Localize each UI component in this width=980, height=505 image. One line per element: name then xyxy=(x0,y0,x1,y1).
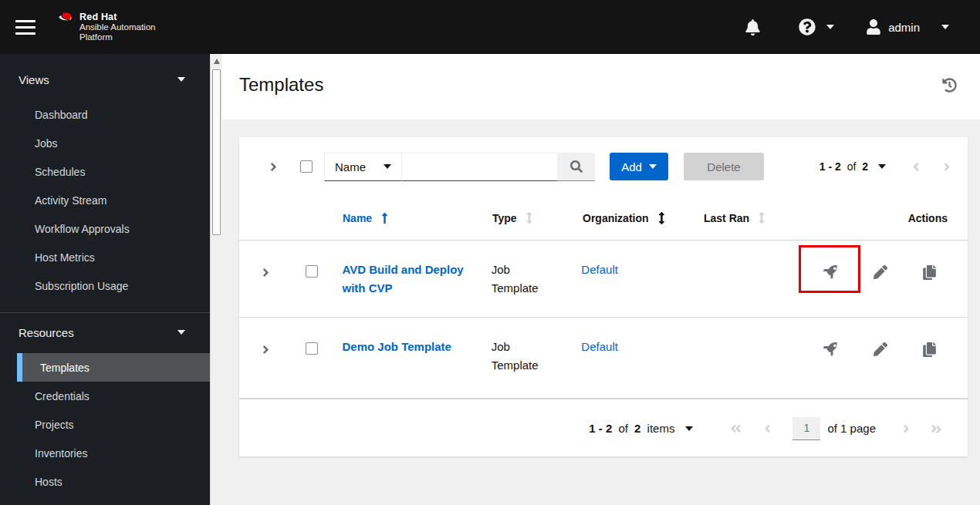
user-icon xyxy=(867,19,880,35)
sidebar-item-host-metrics[interactable]: Host Metrics xyxy=(0,243,210,271)
help-dropdown-caret-icon[interactable] xyxy=(826,25,834,29)
sidebar-item-hosts[interactable]: Hosts xyxy=(0,467,210,496)
column-header-name[interactable]: Name xyxy=(343,212,388,224)
sidebar-item-templates[interactable]: Templates xyxy=(17,353,210,382)
brand-name: Red Hat xyxy=(79,12,155,22)
sidebar-item-projects[interactable]: Projects xyxy=(0,410,210,439)
edit-pencil-icon[interactable] xyxy=(867,258,894,286)
page-header: Templates xyxy=(222,54,980,120)
delete-button[interactable]: Delete xyxy=(684,153,764,180)
brand-product-line1: Ansible Automation xyxy=(79,22,155,32)
page-count-label: of 1 page xyxy=(827,422,876,435)
table-row: AVD Build and Deploy with CVP Job Templa… xyxy=(239,241,968,318)
sort-icon xyxy=(526,212,532,224)
current-page-input[interactable] xyxy=(792,417,820,440)
history-icon[interactable] xyxy=(942,78,957,93)
per-page-caret-icon[interactable] xyxy=(878,164,886,169)
chevron-down-icon xyxy=(177,330,185,335)
sidebar-item-schedules[interactable]: Schedules xyxy=(0,157,210,186)
sidebar-item-inventories[interactable]: Inventories xyxy=(0,439,210,467)
sidebar-item-jobs[interactable]: Jobs xyxy=(0,129,210,157)
per-page-caret-icon[interactable] xyxy=(685,426,693,431)
filter-key-selected-value: Name xyxy=(335,160,366,173)
sidebar-nav: Views Dashboard Jobs Schedules Activity … xyxy=(0,54,210,505)
template-name-link[interactable]: AVD Build and Deploy with CVP xyxy=(342,261,474,298)
footer-pagination: 1 - 2 of 2 items of 1 page xyxy=(239,399,968,457)
search-input[interactable] xyxy=(402,153,558,181)
organization-link[interactable]: Default xyxy=(581,340,618,353)
sidebar-item-subscription-usage[interactable]: Subscription Usage xyxy=(0,271,210,300)
list-toolbar: Name Add Delete 1 - 2 of 2 xyxy=(239,137,968,196)
user-name[interactable]: admin xyxy=(888,21,920,34)
last-page-icon[interactable] xyxy=(931,423,942,435)
sidebar-section-resources-label: Resources xyxy=(19,326,74,339)
table-header-row: Name Type Organization Last Ran Actions xyxy=(239,196,968,241)
column-header-last-ran[interactable]: Last Ran xyxy=(704,212,765,224)
user-dropdown-caret-icon[interactable] xyxy=(941,25,949,29)
scrollbar-up-arrow-icon[interactable] xyxy=(214,59,220,64)
sort-icon xyxy=(759,212,765,224)
sidebar-section-views[interactable]: Views xyxy=(0,65,210,94)
select-all-checkbox[interactable] xyxy=(300,160,313,173)
pagination-total: 2 xyxy=(862,160,868,173)
column-header-organization[interactable]: Organization xyxy=(583,212,665,224)
prev-page-icon[interactable] xyxy=(911,160,921,173)
launch-rocket-icon[interactable] xyxy=(817,335,845,363)
notifications-bell-icon[interactable] xyxy=(745,19,760,35)
launch-rocket-icon[interactable] xyxy=(817,258,845,286)
sidebar-item-credentials[interactable]: Credentials xyxy=(0,382,210,410)
pagination-range: 1 - 2 xyxy=(589,422,612,435)
row-expand-chevron-icon[interactable] xyxy=(255,343,277,398)
pagination-total: 2 xyxy=(634,422,640,435)
table-row: Demo Job Template Job Template Default xyxy=(239,318,968,399)
nav-toggle-icon[interactable] xyxy=(15,20,35,35)
template-type: Job Template xyxy=(492,263,539,295)
row-expand-chevron-icon[interactable] xyxy=(255,266,277,317)
sort-ascending-icon xyxy=(381,212,388,224)
search-button[interactable] xyxy=(558,153,595,181)
copy-icon[interactable] xyxy=(916,258,944,286)
sort-icon xyxy=(658,212,665,224)
search-icon xyxy=(570,160,583,173)
column-header-type[interactable]: Type xyxy=(492,212,532,224)
page-title: Templates xyxy=(239,74,323,96)
sidebar-item-dashboard[interactable]: Dashboard xyxy=(0,100,210,129)
next-page-icon[interactable] xyxy=(902,423,911,435)
next-page-icon[interactable] xyxy=(942,160,951,173)
prev-page-icon[interactable] xyxy=(763,423,772,435)
edit-pencil-icon[interactable] xyxy=(867,335,894,363)
column-header-actions: Actions xyxy=(819,212,968,224)
select-caret-icon xyxy=(384,164,391,169)
row-checkbox[interactable] xyxy=(306,342,318,355)
brand-logo: Red Hat Ansible Automation Platform xyxy=(59,12,155,43)
expand-all-chevron-icon[interactable] xyxy=(262,160,284,173)
scrollbar-thumb[interactable] xyxy=(212,69,221,235)
first-page-icon[interactable] xyxy=(730,423,742,435)
pagination-range: 1 - 2 xyxy=(819,160,841,173)
redhat-fedora-icon xyxy=(59,12,74,24)
toolbar-pagination: 1 - 2 of 2 xyxy=(818,160,951,173)
add-dropdown-caret-icon xyxy=(649,164,657,169)
sidebar-item-workflow-approvals[interactable]: Workflow Approvals xyxy=(0,214,210,243)
template-type: Job Template xyxy=(492,340,539,372)
templates-list-card: Name Add Delete 1 - 2 of 2 xyxy=(239,137,968,456)
sidebar-scrollbar[interactable] xyxy=(210,54,222,505)
filter-key-select[interactable]: Name xyxy=(324,153,402,181)
masthead: Red Hat Ansible Automation Platform admi… xyxy=(0,0,980,54)
template-name-link[interactable]: Demo Job Template xyxy=(342,338,474,356)
help-icon[interactable] xyxy=(799,19,816,35)
sidebar-section-views-label: Views xyxy=(19,73,49,86)
sidebar-section-resources[interactable]: Resources xyxy=(0,318,210,347)
organization-link[interactable]: Default xyxy=(581,263,618,276)
sidebar-item-activity-stream[interactable]: Activity Stream xyxy=(0,186,210,214)
row-checkbox[interactable] xyxy=(306,265,318,278)
copy-icon[interactable] xyxy=(916,335,944,363)
brand-product-line2: Platform xyxy=(79,32,155,42)
add-button[interactable]: Add xyxy=(610,153,668,180)
chevron-down-icon xyxy=(177,77,185,82)
